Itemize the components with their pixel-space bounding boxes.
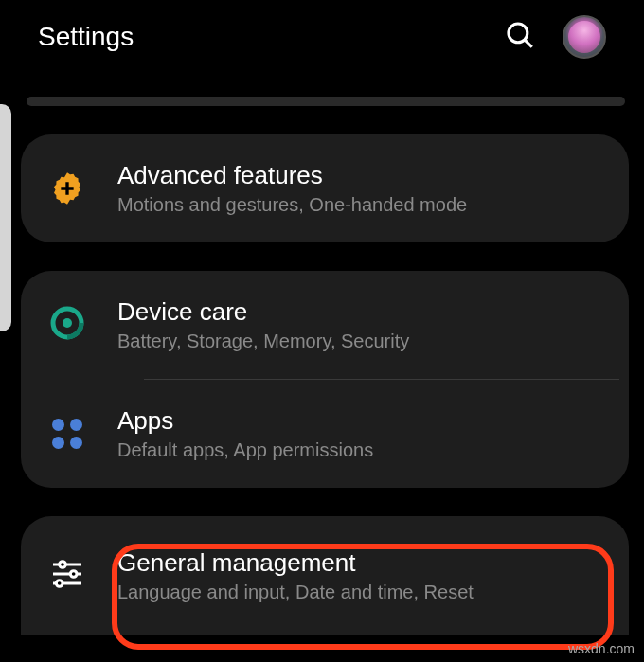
- settings-group-device-apps: Device care Battery, Storage, Memory, Se…: [21, 271, 629, 488]
- page-title: Settings: [38, 22, 134, 52]
- settings-group-advanced: Advanced features Motions and gestures, …: [21, 134, 629, 242]
- row-title: Device care: [117, 297, 606, 327]
- watermark: wsxdn.com: [568, 641, 635, 656]
- apps-icon: [44, 417, 91, 451]
- row-text: Apps Default apps, App permissions: [117, 406, 606, 461]
- row-device-care[interactable]: Device care Battery, Storage, Memory, Se…: [21, 271, 629, 379]
- svg-point-8: [70, 571, 77, 578]
- scroll-indicator[interactable]: [0, 104, 11, 331]
- row-title: Advanced features: [117, 161, 606, 190]
- svg-line-1: [526, 41, 532, 47]
- settings-group-general: General management Language and input, D…: [21, 516, 629, 635]
- row-subtitle: Language and input, Date and time, Reset: [117, 581, 606, 603]
- row-advanced-features[interactable]: Advanced features Motions and gestures, …: [21, 134, 629, 242]
- general-management-icon: [44, 555, 91, 597]
- row-apps[interactable]: Apps Default apps, App permissions: [21, 380, 629, 488]
- row-text: Device care Battery, Storage, Memory, Se…: [117, 297, 606, 352]
- header: Settings: [0, 0, 644, 78]
- row-subtitle: Default apps, App permissions: [117, 439, 606, 461]
- row-subtitle: Battery, Storage, Memory, Security: [117, 331, 606, 352]
- header-actions: [504, 15, 606, 59]
- search-icon[interactable]: [504, 19, 536, 55]
- row-text: Advanced features Motions and gestures, …: [117, 161, 606, 216]
- row-text: General management Language and input, D…: [117, 548, 606, 603]
- profile-avatar[interactable]: [563, 15, 606, 59]
- svg-point-0: [509, 24, 528, 43]
- svg-point-4: [63, 318, 72, 328]
- device-care-icon: [44, 304, 91, 346]
- row-subtitle: Motions and gestures, One-handed mode: [117, 194, 606, 216]
- row-title: General management: [117, 548, 606, 578]
- svg-point-6: [60, 562, 66, 568]
- row-title: Apps: [117, 406, 606, 436]
- card-peek-top: [27, 97, 625, 106]
- row-general-management[interactable]: General management Language and input, D…: [21, 516, 629, 635]
- svg-point-10: [56, 581, 63, 587]
- advanced-features-icon: [44, 170, 91, 207]
